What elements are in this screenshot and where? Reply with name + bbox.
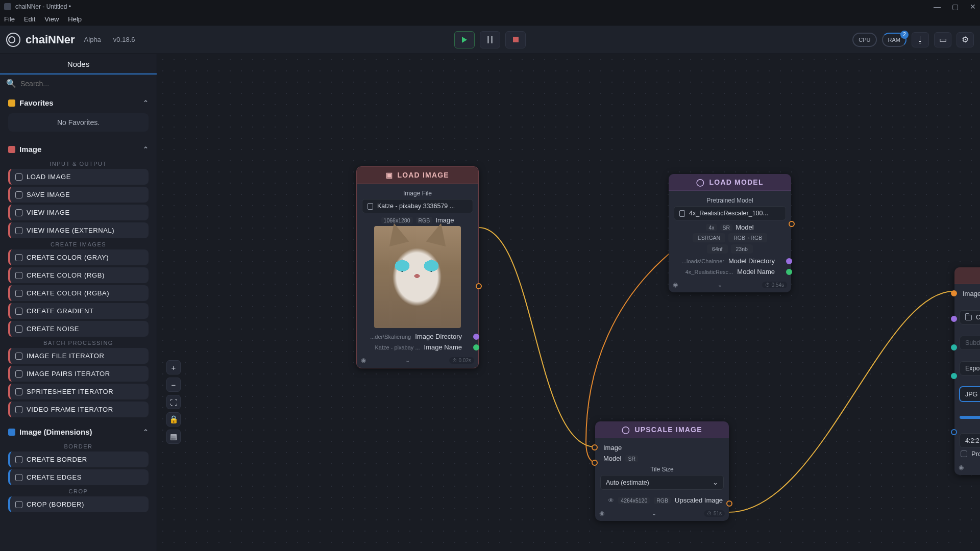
sidebar-item-video-iterator[interactable]: VIDEO FRAME ITERATOR [8, 402, 149, 417]
quality-slider[interactable]: 95 ▲▼ [960, 413, 980, 422]
input-port-quality[interactable] [951, 429, 957, 435]
sidebar-item-create-rgb[interactable]: CREATE COLOR (RGB) [8, 267, 149, 283]
cpu-monitor[interactable]: CPU [852, 33, 876, 47]
preview-toggle[interactable]: ◉ [673, 281, 678, 288]
menu-edit[interactable]: Edit [24, 15, 35, 23]
menu-view[interactable]: View [44, 15, 59, 23]
node-load-image[interactable]: ▣ LOAD IMAGE Image File Katze - pixabay … [356, 166, 479, 368]
image-header[interactable]: Image ⌃ [5, 141, 152, 158]
input-port-image[interactable] [951, 290, 957, 296]
sidebar-item-create-gray[interactable]: CREATE COLOR (GRAY) [8, 249, 149, 265]
node-icon [15, 501, 22, 508]
search-input[interactable] [20, 80, 151, 88]
node-upscale-image[interactable]: ◯ UPSCALE IMAGE Image Model SR Tile Size… [595, 421, 729, 521]
menubar: File Edit View Help [0, 13, 980, 26]
input-port-basedir[interactable] [951, 316, 957, 322]
fit-button[interactable]: ⛶ [166, 395, 181, 409]
sidebar-item-crop-border[interactable]: CROP (BORDER) [8, 496, 149, 512]
model-sr: SR [720, 224, 733, 231]
node-save-image[interactable]: 💾 SAVE IMAGE Image Base Directory C:\Use… [954, 267, 980, 475]
preview-toggle[interactable]: ◉ [959, 464, 964, 471]
stop-button[interactable] [505, 31, 526, 48]
play-icon [462, 37, 467, 43]
subdir-input[interactable]: Subdirectory Path [960, 336, 980, 350]
output-port-model[interactable] [789, 221, 795, 227]
download-button[interactable]: ⭳ [912, 32, 929, 47]
dimensions-header[interactable]: Image (Dimensions) ⌃ [5, 423, 152, 440]
output-port-name[interactable] [473, 344, 479, 350]
time-badge: ⏱ 51s [704, 510, 725, 517]
zoom-in-button[interactable]: + [166, 360, 181, 374]
progressive-checkbox[interactable] [961, 450, 967, 457]
sidebar-item-view-image[interactable]: VIEW IMAGE [8, 205, 149, 220]
sidebar-item-create-rgba[interactable]: CREATE COLOR (RGBA) [8, 285, 149, 301]
ram-monitor[interactable]: RAM2 [882, 33, 906, 47]
node-header[interactable]: ▣ LOAD IMAGE [357, 167, 478, 184]
output-port-model-name[interactable] [786, 269, 792, 275]
pause-button[interactable] [480, 31, 500, 48]
sidebar-item-save-image[interactable]: SAVE IMAGE [8, 187, 149, 203]
input-port-name[interactable] [951, 373, 957, 379]
canvas[interactable]: ▣ LOAD IMAGE Image File Katze - pixabay … [157, 54, 980, 551]
collapse-toggle[interactable]: ⌄ [652, 510, 656, 517]
close-button[interactable]: ✕ [970, 3, 976, 11]
zoom-out-button[interactable]: − [166, 378, 181, 392]
output-dir-label: Image Directory [415, 333, 462, 340]
sidebar-item-load-image[interactable]: LOAD IMAGE [8, 169, 149, 185]
model-file-input[interactable]: 4x_RealisticRescaler_100... [674, 206, 786, 220]
node-label: SAVE IMAGE [27, 191, 70, 198]
sidebar-item-create-border[interactable]: CREATE BORDER [8, 452, 149, 467]
settings-button[interactable]: ⚙ [957, 32, 974, 47]
chroma-select[interactable]: 4:2:2 ⌄ [960, 433, 980, 448]
sidebar-item-file-iterator[interactable]: IMAGE FILE ITERATOR [8, 348, 149, 364]
node-header[interactable]: ◯ LOAD MODEL [669, 174, 791, 191]
node-header[interactable]: 💾 SAVE IMAGE [954, 267, 980, 284]
sidebar-item-view-image-external[interactable]: VIEW IMAGE (EXTERNAL) [8, 222, 149, 238]
progressive-row[interactable]: Progressive [960, 448, 980, 460]
sidebar-item-pairs-iterator[interactable]: IMAGE PAIRS ITERATOR [8, 366, 149, 382]
edges [157, 54, 980, 551]
collapse-toggle[interactable]: ⌄ [718, 282, 722, 288]
preview-toggle[interactable]: ◉ [599, 510, 604, 517]
maximize-button[interactable]: ▢ [952, 3, 959, 11]
window-title: chaiNNer - Untitled • [15, 3, 71, 10]
sidebar-item-spritesheet-iterator[interactable]: SPRITESHEET ITERATOR [8, 384, 149, 399]
sidebar-item-create-gradient[interactable]: CREATE GRADIENT [8, 303, 149, 319]
chevron-up-icon: ⌃ [143, 99, 149, 107]
app-version: v0.18.6 [113, 36, 135, 43]
preview-icon[interactable]: 👁 [608, 497, 614, 504]
screenshot-button[interactable]: ▭ [934, 32, 951, 47]
sr-tag: SR [625, 455, 638, 462]
imgname-input[interactable]: Export Katze [960, 361, 980, 375]
output-port-directory[interactable] [473, 334, 479, 340]
ext-select[interactable]: JPG ⌄ [960, 387, 980, 402]
group-batch: BATCH PROCESSING [5, 340, 152, 346]
sidebar-tab-nodes[interactable]: Nodes [0, 54, 157, 74]
input-port-subdir[interactable] [951, 344, 957, 350]
sidebar-item-create-noise[interactable]: CREATE NOISE [8, 321, 149, 337]
output-model-name: Model Name [737, 268, 775, 276]
search-row: 🔍 [0, 74, 157, 92]
grid-button[interactable]: ▦ [166, 430, 181, 444]
tile-select[interactable]: Auto (estimate) ⌄ [600, 475, 724, 490]
basedir-input[interactable]: C:\Users\stefa\4eck Me... [960, 310, 980, 324]
input-port-model[interactable] [592, 460, 598, 466]
output-port-upscaled[interactable] [726, 500, 732, 507]
favorites-header[interactable]: Favorites ⌃ [5, 94, 152, 111]
output-port-model-dir[interactable] [786, 258, 792, 264]
menu-file[interactable]: File [4, 15, 15, 23]
input-port-image[interactable] [592, 444, 598, 450]
output-port-image[interactable] [476, 283, 482, 289]
menu-help[interactable]: Help [68, 15, 82, 23]
collapse-toggle[interactable]: ⌄ [405, 357, 410, 364]
file-input[interactable]: Katze - pixabay 3336579 ... [362, 199, 473, 213]
group-border: BORDER [5, 443, 152, 449]
run-button[interactable] [454, 31, 475, 48]
node-header[interactable]: ◯ UPSCALE IMAGE [595, 421, 729, 438]
preview-toggle[interactable]: ◉ [361, 357, 366, 364]
node-title: UPSCALE IMAGE [634, 425, 702, 434]
node-load-model[interactable]: ◯ LOAD MODEL Pretrained Model 4x_Realist… [669, 174, 791, 292]
minimize-button[interactable]: — [934, 3, 941, 11]
lock-button[interactable]: 🔒 [166, 412, 181, 427]
sidebar-item-create-edges[interactable]: CREATE EDGES [8, 469, 149, 485]
